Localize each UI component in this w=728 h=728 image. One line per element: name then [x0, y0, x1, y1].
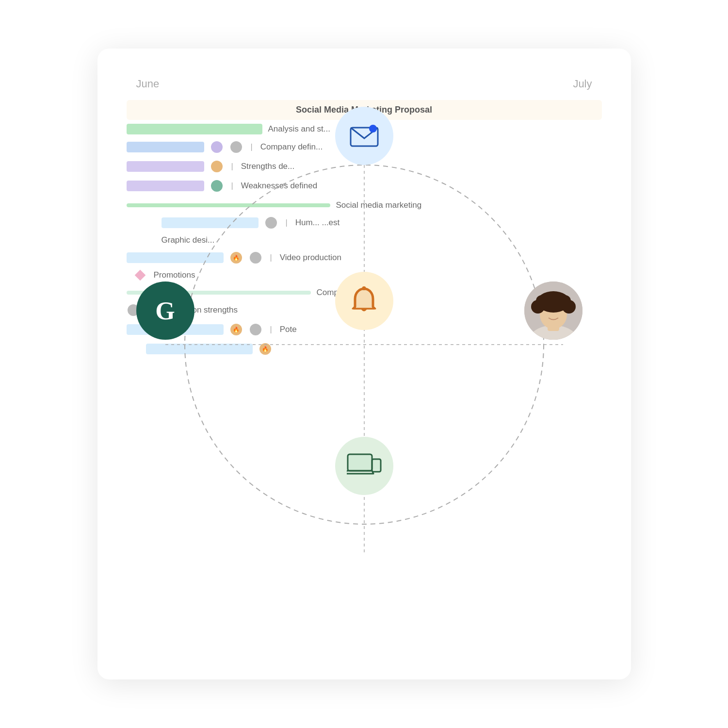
- email-icon: [350, 124, 379, 148]
- svg-rect-17: [349, 455, 371, 470]
- svg-rect-19: [373, 460, 380, 470]
- svg-point-11: [559, 295, 571, 307]
- svg-point-10: [536, 295, 548, 307]
- device-icon: [347, 452, 382, 480]
- main-card: June July Social Media Marketing Proposa…: [97, 49, 631, 679]
- person-avatar-svg: [524, 281, 582, 340]
- device-icon-circle: [335, 437, 393, 495]
- bell-icon: [351, 286, 377, 315]
- svg-point-12: [548, 292, 559, 304]
- person-photo-circle: [524, 281, 582, 340]
- svg-point-14: [369, 125, 377, 132]
- bell-icon-circle: [335, 272, 393, 330]
- g-logo-letter: G: [155, 297, 175, 325]
- email-icon-circle: [335, 107, 393, 165]
- g-logo-circle: G: [136, 281, 194, 340]
